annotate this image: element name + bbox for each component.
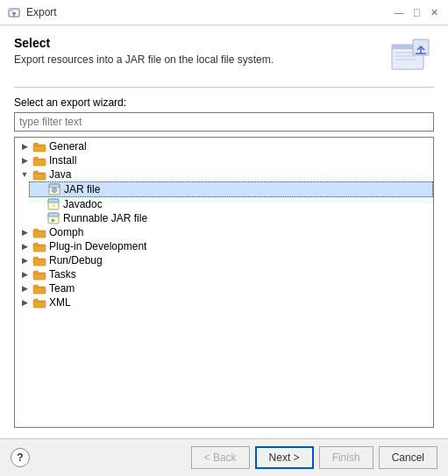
tree-label-general: General bbox=[49, 140, 87, 153]
expand-icon-xml[interactable]: ▶ bbox=[18, 296, 31, 309]
help-button[interactable]: ? bbox=[11, 448, 30, 467]
title-bar-icon bbox=[7, 5, 21, 19]
tree-label-plugin-dev: Plug-in Development bbox=[49, 240, 146, 252]
tree-label-install: Install bbox=[49, 154, 76, 167]
tree-label-jar-file: JAR file bbox=[64, 183, 100, 195]
expand-icon-team[interactable]: ▶ bbox=[18, 282, 31, 295]
footer-left: ? bbox=[11, 448, 30, 467]
expand-icon-tasks[interactable]: ▶ bbox=[18, 268, 31, 281]
page-description: Export resources into a JAR file on the … bbox=[14, 53, 387, 66]
expand-icon-oomph[interactable]: ▶ bbox=[18, 226, 31, 238]
header-divider bbox=[14, 87, 434, 88]
header-row: Select Export resources into a JAR file … bbox=[14, 36, 434, 75]
tree-container: ▶ General ▶ Install ▼ bbox=[14, 137, 434, 428]
tree-label-team: Team bbox=[49, 282, 75, 295]
expand-icon-runnable-jar bbox=[32, 212, 45, 224]
title-bar-title: Export bbox=[26, 6, 392, 18]
tree-label-javadoc: Javadoc bbox=[63, 198, 103, 210]
tree-item-jar-file[interactable]: JAR file bbox=[29, 181, 433, 197]
tree-label-run-debug: Run/Debug bbox=[49, 254, 103, 266]
footer-right: < Back Next > Finish Cancel bbox=[191, 446, 437, 469]
footer: ? < Back Next > Finish Cancel bbox=[0, 438, 448, 476]
folder-icon-team bbox=[32, 282, 46, 295]
finish-button[interactable]: Finish bbox=[319, 446, 373, 469]
tree-item-run-debug[interactable]: ▶ Run/Debug bbox=[15, 253, 433, 267]
svg-rect-18 bbox=[48, 213, 59, 217]
tree-item-xml[interactable]: ▶ XML bbox=[15, 295, 433, 309]
title-bar-controls: — ⎕ ✕ bbox=[392, 5, 441, 19]
jar-file-icon bbox=[47, 183, 61, 195]
expand-icon-jar bbox=[33, 183, 46, 195]
folder-icon-plugin-dev bbox=[32, 240, 46, 252]
tree-item-javadoc[interactable]: J Javadoc bbox=[29, 197, 433, 211]
filter-label: Select an export wizard: bbox=[14, 96, 434, 109]
tree-item-install[interactable]: ▶ Install bbox=[15, 153, 433, 167]
folder-icon-java bbox=[32, 168, 46, 181]
tree-item-plugin-dev[interactable]: ▶ Plug-in Development bbox=[15, 239, 433, 253]
folder-icon-general bbox=[32, 140, 46, 153]
tree-label-java: Java bbox=[49, 168, 71, 181]
expand-icon-plugin-dev[interactable]: ▶ bbox=[18, 240, 31, 252]
tree-item-team[interactable]: ▶ Team bbox=[15, 281, 433, 295]
tree-label-tasks: Tasks bbox=[49, 268, 76, 281]
content-area: Select Export resources into a JAR file … bbox=[0, 25, 448, 438]
folder-icon-install bbox=[32, 154, 46, 167]
tree-item-oomph[interactable]: ▶ Oomph bbox=[15, 225, 433, 239]
tree-label-runnable-jar: Runnable JAR file bbox=[63, 212, 147, 224]
filter-input[interactable] bbox=[14, 112, 434, 131]
expand-icon-javadoc bbox=[32, 198, 45, 210]
expand-icon-install[interactable]: ▶ bbox=[18, 154, 31, 167]
tree-item-tasks[interactable]: ▶ Tasks bbox=[15, 267, 433, 281]
close-button[interactable]: ✕ bbox=[427, 5, 441, 19]
expand-icon-general[interactable]: ▶ bbox=[18, 140, 31, 153]
folder-icon-run-debug bbox=[32, 254, 46, 266]
svg-rect-10 bbox=[49, 184, 60, 188]
tree-item-java[interactable]: ▼ Java bbox=[15, 167, 433, 181]
folder-icon-tasks bbox=[32, 268, 46, 281]
title-bar: Export — ⎕ ✕ bbox=[0, 0, 448, 25]
tree-label-oomph: Oomph bbox=[49, 226, 83, 238]
tree-item-general[interactable]: ▶ General bbox=[15, 139, 433, 153]
javadoc-icon: J bbox=[46, 198, 60, 210]
folder-icon-xml bbox=[32, 296, 46, 309]
page-title: Select bbox=[14, 36, 387, 50]
tree-label-xml: XML bbox=[49, 296, 71, 309]
expand-icon-run-debug[interactable]: ▶ bbox=[18, 254, 31, 266]
cancel-button[interactable]: Cancel bbox=[379, 446, 437, 469]
runnable-jar-icon bbox=[46, 212, 60, 224]
back-button[interactable]: < Back bbox=[191, 446, 250, 469]
expand-icon-java[interactable]: ▼ bbox=[18, 168, 31, 181]
header-text: Select Export resources into a JAR file … bbox=[14, 36, 387, 66]
wizard-icon bbox=[387, 36, 434, 75]
next-button[interactable]: Next > bbox=[255, 446, 314, 469]
svg-rect-1 bbox=[9, 9, 13, 11]
folder-icon-oomph bbox=[32, 226, 46, 238]
maximize-button[interactable]: ⎕ bbox=[409, 5, 423, 19]
svg-rect-15 bbox=[48, 199, 59, 202]
minimize-button[interactable]: — bbox=[392, 5, 406, 19]
tree-item-runnable-jar[interactable]: Runnable JAR file bbox=[29, 211, 433, 225]
